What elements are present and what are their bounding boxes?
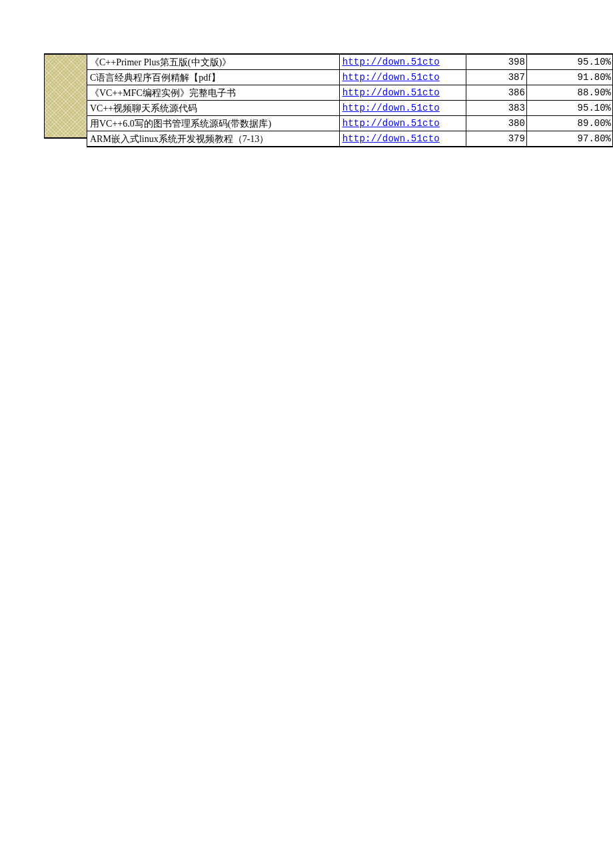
resource-link-cell: http://down.51cto — [339, 131, 466, 147]
resource-link[interactable]: http://down.51cto — [342, 103, 440, 113]
resource-title: 《C++Primer Plus第五版(中文版)》 — [87, 54, 340, 70]
left-pattern-column — [44, 53, 87, 139]
percent-value: 91.80% — [526, 70, 612, 85]
resource-link[interactable]: http://down.51cto — [342, 133, 440, 144]
percent-value: 89.00% — [526, 116, 612, 131]
download-count: 379 — [466, 131, 527, 147]
download-count: 380 — [466, 116, 527, 131]
table-row: C语言经典程序百例精解【pdf】http://down.51cto38791.8… — [87, 70, 613, 85]
table-row: VC++视频聊天系统源代码http://down.51cto38395.10% — [87, 101, 613, 116]
downloads-table: 《C++Primer Plus第五版(中文版)》http://down.51ct… — [87, 53, 613, 147]
table-row: 用VC++6.0写的图书管理系统源码(带数据库)http://down.51ct… — [87, 116, 613, 131]
resource-link-cell: http://down.51cto — [339, 54, 466, 70]
resource-link[interactable]: http://down.51cto — [342, 87, 440, 98]
table-row: 《C++Primer Plus第五版(中文版)》http://down.51ct… — [87, 54, 613, 70]
resource-title: ARM嵌入式linux系统开发视频教程（7-13） — [87, 131, 340, 147]
resource-link-cell: http://down.51cto — [339, 85, 466, 101]
resource-link[interactable]: http://down.51cto — [342, 118, 440, 129]
download-count: 398 — [466, 54, 527, 70]
percent-value: 95.10% — [526, 54, 612, 70]
percent-value: 95.10% — [526, 101, 612, 116]
resource-title: 《VC++MFC编程实例》完整电子书 — [87, 85, 340, 101]
resource-link-cell: http://down.51cto — [339, 70, 466, 85]
percent-value: 97.80% — [526, 131, 612, 147]
percent-value: 88.90% — [526, 85, 612, 101]
download-count: 383 — [466, 101, 527, 116]
resource-title: C语言经典程序百例精解【pdf】 — [87, 70, 340, 85]
resource-link-cell: http://down.51cto — [339, 116, 466, 131]
resource-link-cell: http://down.51cto — [339, 101, 466, 116]
resource-link[interactable]: http://down.51cto — [342, 72, 440, 83]
resource-title: VC++视频聊天系统源代码 — [87, 101, 340, 116]
table-row: ARM嵌入式linux系统开发视频教程（7-13）http://down.51c… — [87, 131, 613, 147]
download-count: 387 — [466, 70, 527, 85]
resource-title: 用VC++6.0写的图书管理系统源码(带数据库) — [87, 116, 340, 131]
resource-link[interactable]: http://down.51cto — [342, 57, 440, 67]
download-count: 386 — [466, 85, 527, 101]
table-row: 《VC++MFC编程实例》完整电子书http://down.51cto38688… — [87, 85, 613, 101]
